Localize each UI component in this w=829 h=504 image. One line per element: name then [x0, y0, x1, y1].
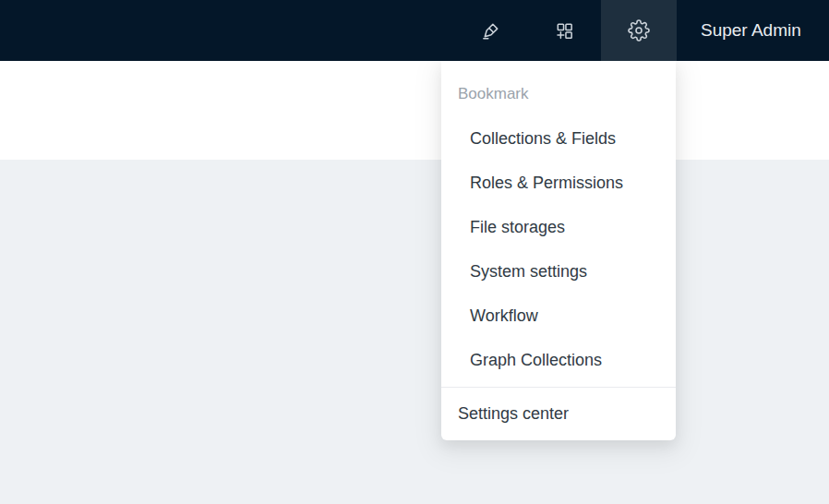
- top-navbar: Super Admin: [0, 0, 829, 61]
- modules-icon: [554, 20, 575, 42]
- highlight-button[interactable]: [453, 0, 527, 61]
- menu-item-workflow[interactable]: Workflow: [441, 294, 676, 338]
- content-header-band: [0, 61, 829, 160]
- highlight-icon: [480, 20, 501, 42]
- user-menu[interactable]: Super Admin: [701, 0, 812, 61]
- menu-item-collections-and-fields[interactable]: Collections & Fields: [441, 116, 676, 161]
- settings-gear-icon: [628, 19, 650, 42]
- dropdown-item-list: Collections & Fields Roles & Permissions…: [441, 116, 676, 382]
- modules-button[interactable]: [527, 0, 601, 61]
- menu-item-graph-collections[interactable]: Graph Collections: [441, 338, 676, 382]
- settings-dropdown-menu: Bookmark Collections & Fields Roles & Pe…: [441, 61, 676, 440]
- menu-item-file-storages[interactable]: File storages: [441, 205, 676, 249]
- dropdown-section-header: Bookmark: [458, 81, 659, 107]
- menu-item-roles-and-permissions[interactable]: Roles & Permissions: [441, 161, 676, 205]
- menu-item-settings-center[interactable]: Settings center: [441, 388, 676, 440]
- menu-item-system-settings[interactable]: System settings: [441, 249, 676, 294]
- settings-gear-button[interactable]: [601, 0, 677, 61]
